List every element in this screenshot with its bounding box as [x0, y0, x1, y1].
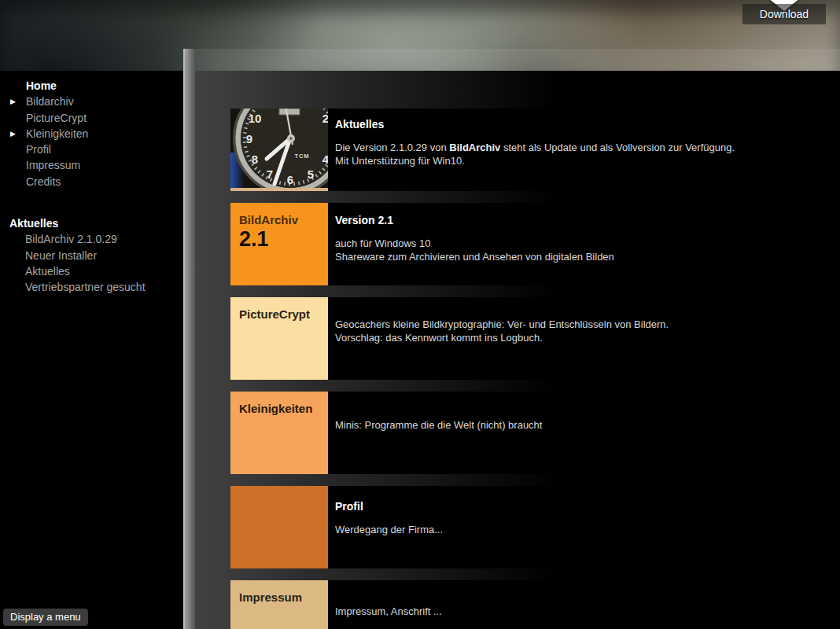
card-picturecrypt: PictureCrypt Geocachers kleine Bildkrypt… [230, 297, 840, 380]
sidebar-item-neuer-installer[interactable]: Neuer Installer [0, 248, 183, 263]
card-body: Geocachers kleine Bildkryptographie: Ver… [335, 318, 840, 344]
card-bildarchiv: BildArchiv 2.1 Version 2.1 auch für Wind… [230, 203, 840, 285]
tile-version-label: 2.1 [239, 227, 319, 252]
svg-text:7: 7 [267, 167, 273, 181]
card-text: Geocachers kleine Bildkryptographie: Ver… [328, 297, 840, 380]
tile-label: PictureCrypt [239, 307, 319, 321]
svg-text:TCM: TCM [294, 153, 309, 160]
download-label[interactable]: Download [742, 4, 826, 24]
tile-profil[interactable] [230, 486, 328, 568]
sidebar-item-picturecrypt[interactable]: PictureCrypt [0, 110, 183, 126]
card-heading: Version 2.1 [335, 214, 840, 226]
card-impressum: Impressum Impressum, Anschrift ... [230, 580, 840, 629]
sidebar-item-bildarchiv[interactable]: ▶Bildarchiv [0, 94, 183, 109]
expand-arrow-icon: ▶ [10, 94, 20, 109]
body-text: Die Version 2.1.0.29 von [335, 142, 449, 153]
sidebar-item-profil[interactable]: Profil [0, 142, 183, 157]
tile-clock-image[interactable]: 10 2 9 8 7 6 5 4 TCM [230, 109, 328, 191]
card-heading: Profil [335, 500, 840, 513]
sidebar-item-impressum[interactable]: Impressum [0, 157, 183, 173]
sidebar-item-label: Kleinigkeiten [26, 127, 88, 140]
tile-impressum[interactable]: Impressum [230, 580, 328, 629]
body-text: Shareware zum Archivieren und Ansehen vo… [335, 251, 614, 263]
content-divider-strip [183, 49, 195, 629]
tile-picturecrypt[interactable]: PictureCrypt [230, 297, 328, 380]
card-text: Profil Werdegang der Firma... [328, 486, 840, 568]
svg-text:9: 9 [246, 132, 252, 145]
body-text: Impressum, Anschrift ... [335, 605, 442, 617]
svg-text:5: 5 [308, 167, 314, 181]
download-button[interactable]: Download [742, 0, 826, 27]
sidebar-item-aktuelles[interactable]: Aktuelles [0, 263, 183, 279]
page: Download Home ▶Bildarchiv PictureCrypt ▶… [0, 0, 840, 629]
card-aktuelles: 10 2 9 8 7 6 5 4 TCM Aktuelles [230, 109, 840, 191]
body-text: Minis: Programme die die Welt (nicht) br… [335, 419, 542, 431]
body-text: steht als Update und als Vollversion zur… [500, 142, 735, 153]
content-panel-top-overlay [195, 49, 840, 71]
svg-text:10: 10 [249, 112, 262, 125]
clock-illustration: 10 2 9 8 7 6 5 4 TCM [230, 109, 328, 188]
svg-text:8: 8 [252, 153, 258, 166]
card-text: Aktuelles Die Version 2.1.0.29 von BildA… [328, 109, 840, 191]
sidebar-item-kleinigkeiten[interactable]: ▶Kleinigkeiten [0, 126, 183, 142]
sidebar-section-title: Aktuelles [0, 215, 183, 231]
tile-label: Impressum [239, 590, 319, 604]
card-body: auch für Windows 10 Shareware zum Archiv… [335, 237, 840, 263]
sidebar-item-label: Bildarchiv [26, 95, 74, 108]
expand-arrow-icon: ▶ [10, 126, 20, 142]
card-kleinigkeiten: Kleinigkeiten Minis: Programme die die W… [230, 392, 840, 474]
body-text: Geocachers kleine Bildkryptographie: Ver… [335, 318, 669, 330]
card-text: Impressum, Anschrift ... [328, 580, 840, 629]
body-text: Mit Unterstützung für Win10. [335, 155, 465, 167]
tile-label: Kleinigkeiten [239, 402, 319, 415]
svg-text:6: 6 [287, 173, 293, 186]
tile-label: BildArchiv [239, 213, 319, 226]
card-body: Die Version 2.1.0.29 von BildArchiv steh… [335, 142, 840, 167]
svg-text:4: 4 [322, 153, 328, 166]
header-photo-rocks: Download [0, 0, 840, 71]
main-content: 10 2 9 8 7 6 5 4 TCM Aktuelles [195, 71, 840, 629]
card-profil: Profil Werdegang der Firma... [230, 486, 840, 568]
body-text-bold: BildArchiv [449, 142, 500, 153]
card-heading: Aktuelles [335, 118, 840, 131]
card-text: Version 2.1 auch für Windows 10 Sharewar… [328, 203, 840, 285]
tile-kleinigkeiten[interactable]: Kleinigkeiten [230, 392, 328, 474]
card-text: Minis: Programme die die Welt (nicht) br… [328, 392, 840, 474]
sidebar-item-home[interactable]: Home [0, 78, 183, 94]
card-body: Minis: Programme die die Welt (nicht) br… [335, 419, 840, 432]
body-text: Werdegang der Firma... [335, 524, 443, 535]
sidebar-item-bildarchiv-version[interactable]: BildArchiv 2.1.0.29 [0, 231, 183, 247]
body-text: auch für Windows 10 [335, 237, 430, 249]
sidebar-nav: Home ▶Bildarchiv PictureCrypt ▶Kleinigke… [0, 71, 183, 189]
card-body: Werdegang der Firma... [335, 524, 840, 537]
sidebar-item-vertriebspartner[interactable]: Vertriebspartner gesucht [0, 279, 183, 295]
status-tooltip: Display a menu [3, 609, 88, 626]
tile-bildarchiv[interactable]: BildArchiv 2.1 [230, 203, 328, 285]
svg-text:2: 2 [322, 112, 328, 125]
sidebar-item-credits[interactable]: Credits [0, 174, 183, 189]
sidebar: Home ▶Bildarchiv PictureCrypt ▶Kleinigke… [0, 71, 183, 629]
card-body: Impressum, Anschrift ... [335, 605, 840, 619]
body-text: Vorschlag: das Kennwort kommt ins Logbuc… [335, 332, 543, 344]
